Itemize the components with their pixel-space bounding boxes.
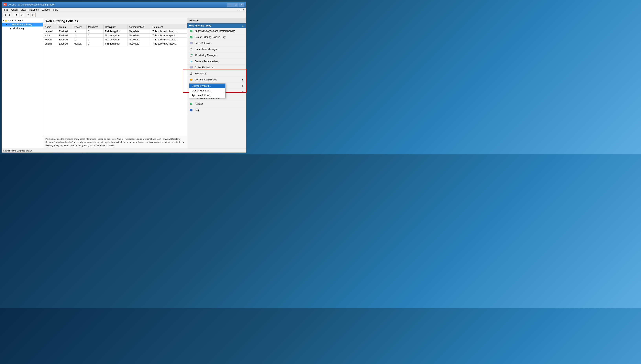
cell-members: 0	[86, 38, 103, 42]
action-item-1[interactable]: Reload Filtering Policies Only	[187, 34, 246, 40]
menu-file[interactable]: File	[3, 8, 10, 12]
submenu-arrow-10: ►	[242, 91, 244, 93]
svg-point-4	[191, 48, 192, 49]
status-text: Launches the Upgrade Wizard.	[3, 150, 33, 152]
col-header-comment: Comment	[151, 25, 187, 30]
svg-text:?: ?	[191, 109, 192, 111]
table-header-row: Name Status Priority Members Decryption …	[43, 25, 187, 30]
cell-name: relaxed	[43, 30, 57, 34]
action-icon-4	[189, 53, 193, 57]
toolbar-separator-2	[25, 13, 25, 17]
action-item-3[interactable]: Local Users Manager...	[187, 46, 246, 52]
table-row[interactable]: relaxedEnabled30Full decryptionNegotiate…	[43, 30, 187, 34]
action-item-4[interactable]: IP Labeling Manager...	[187, 52, 246, 58]
flyout-item-2[interactable]: App Health Check	[189, 93, 225, 98]
action-icon-8	[189, 78, 193, 82]
action-label-3: Local Users Manager...	[195, 48, 219, 51]
svg-rect-9	[190, 67, 192, 68]
action-item-6[interactable]: Global Exclusions...	[187, 64, 246, 71]
action-item-13[interactable]: ?Help	[187, 107, 246, 113]
action-label-8: Configuration Guides	[195, 78, 217, 81]
actions-header: Actions	[187, 18, 246, 23]
cell-comment: This policy has mode...	[151, 42, 187, 46]
svg-point-6	[191, 54, 192, 55]
action-item-12[interactable]: Refresh	[187, 101, 246, 107]
col-header-authentication: Authentication	[127, 25, 151, 30]
window-title: Console - [Console Root\Web Filtering Pr…	[8, 3, 227, 6]
svg-point-0	[190, 30, 192, 32]
menu-favorites[interactable]: Favorites	[28, 8, 40, 12]
minimize-button[interactable]: —	[227, 3, 233, 7]
action-label-4: IP Labeling Manager...	[195, 54, 218, 57]
cell-priority: 1	[73, 38, 86, 42]
svg-marker-11	[190, 78, 193, 81]
footer-content: Policies are used to organize proxy user…	[45, 138, 184, 146]
cell-decryption: Full decryption	[103, 30, 127, 34]
title-bar: C Console - [Console Root\Web Filtering …	[2, 2, 246, 8]
sidebar-item-monitoring[interactable]: ◉ Monitoring	[2, 26, 43, 30]
cell-members: 0	[86, 42, 103, 46]
menu-view[interactable]: View	[19, 8, 28, 12]
submenu-arrow-9: ►	[242, 85, 244, 87]
computer-button[interactable]: 🖥	[19, 12, 24, 17]
actions-section-title: Web Filtering Proxy ▲	[187, 23, 246, 28]
action-item-7[interactable]: New Policy	[187, 71, 246, 77]
monitor-icon: ◉	[9, 27, 12, 30]
cell-decryption: No decryption	[103, 34, 127, 38]
flyout-item-1[interactable]: Cluster Manager...	[189, 88, 225, 93]
cell-comment: This policy blocks acc...	[151, 38, 187, 42]
cell-authentication: Negotiate	[127, 42, 151, 46]
flyout-item-0[interactable]: Upgrade Wizard...	[189, 84, 225, 88]
svg-point-7	[191, 61, 192, 62]
cell-name: locked	[43, 38, 57, 42]
svg-point-10	[191, 72, 192, 74]
cell-comment: This policy only block...	[151, 30, 187, 34]
cell-members: 0	[86, 34, 103, 38]
table-row[interactable]: strictEnabled20No decryptionNegotiateThi…	[43, 34, 187, 38]
cell-status: Enabled	[57, 42, 73, 46]
policy-table-body: relaxedEnabled30Full decryptionNegotiate…	[43, 30, 187, 46]
main-window: C Console - [Console Root\Web Filtering …	[2, 2, 246, 153]
svg-point-14	[190, 103, 192, 105]
sidebar-item-console-root[interactable]: ▼ 📁 Console Root	[2, 19, 43, 22]
col-header-decryption: Decryption	[103, 25, 127, 30]
action-label-5: Domain Recategorizer...	[195, 60, 220, 63]
action-label-7: New Policy	[195, 72, 206, 75]
menu-window[interactable]: Window	[40, 8, 52, 12]
cell-status: Enabled	[57, 30, 73, 34]
table-container: Name Status Priority Members Decryption …	[43, 25, 187, 136]
action-icon-12	[189, 102, 193, 106]
action-item-5[interactable]: Domain Recategorizer...	[187, 58, 246, 64]
panel-title: Web Filtering Policies	[43, 18, 187, 25]
sidebar-item-web-filtering-proxy[interactable]: ▼ 🖧 Web Filtering Proxy	[2, 22, 43, 26]
table-row[interactable]: lockedEnabled10No decryptionNegotiateThi…	[43, 38, 187, 42]
collapse-icon[interactable]: ▲	[242, 24, 244, 27]
help-button[interactable]: ?	[26, 12, 31, 17]
folder-icon: 📁	[5, 19, 8, 22]
action-item-0[interactable]: Apply All Changes and Restart Service	[187, 28, 246, 34]
action-items-container: Apply All Changes and Restart ServiceRel…	[187, 28, 246, 113]
action-item-8[interactable]: Configuration Guides►	[187, 77, 246, 83]
cell-comment: This policy was speci...	[151, 34, 187, 38]
table-row[interactable]: defaultEnableddefault0Full decryptionNeg…	[43, 42, 187, 46]
action-label-13: Help	[195, 109, 200, 112]
menu-action[interactable]: Action	[10, 8, 19, 12]
close-button[interactable]: ✕	[239, 3, 244, 7]
col-header-members: Members	[86, 25, 103, 30]
forward-button[interactable]: ►	[8, 12, 12, 17]
action-item-2[interactable]: Proxy Settings...	[187, 40, 246, 46]
cell-priority: 3	[73, 30, 86, 34]
sidebar-label-console-root: Console Root	[9, 19, 23, 22]
expand-icon: ▼	[3, 20, 5, 22]
action-label-12: Refresh	[195, 103, 203, 105]
submenu-arrow-8: ►	[242, 79, 244, 81]
menu-help[interactable]: Help	[52, 8, 60, 12]
sidebar-label-monitoring: Monitoring	[13, 27, 24, 30]
back-button[interactable]: ◄	[3, 12, 7, 17]
window-controls-secondary: — □ ✕	[237, 8, 245, 11]
up-button[interactable]: ⬆	[14, 12, 19, 17]
action-icon-13: ?	[189, 108, 193, 112]
docs-button[interactable]: 📋	[31, 12, 36, 17]
cell-status: Enabled	[57, 38, 73, 42]
maximize-button[interactable]: □	[233, 3, 238, 7]
